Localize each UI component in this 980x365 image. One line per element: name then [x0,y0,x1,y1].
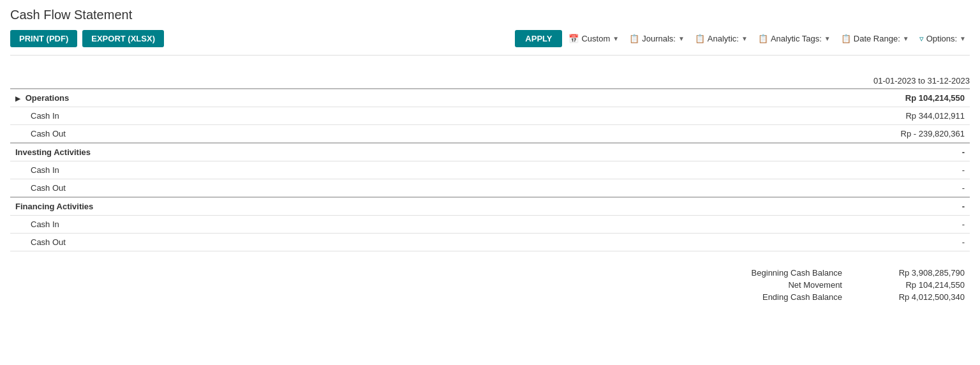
analytic-tags-icon: 📋 [758,34,768,43]
page-title: Cash Flow Statement [10,8,970,22]
page-header: Cash Flow Statement PRINT (PDF) EXPORT (… [0,0,980,61]
journals-filter-label: Journals: [642,34,676,43]
ending-cash-row: Ending Cash Balance Rp 4,012,500,340 [715,291,965,303]
export-xlsx-button[interactable]: EXPORT (XLSX) [82,30,164,47]
ending-cash-label: Ending Cash Balance [715,292,842,302]
cash-flow-table: ▶ Operations Rp 104,214,550 Cash In Rp 3… [10,88,970,251]
beginning-cash-label: Beginning Cash Balance [715,268,842,278]
summary-section: Beginning Cash Balance Rp 3,908,285,790 … [10,251,970,303]
financing-cash-in-row: Cash In - [10,216,970,234]
calendar-icon: 📅 [568,34,579,43]
apply-button[interactable]: APPLY [515,30,562,47]
options-filter-label: Options: [926,34,957,43]
toolbar-right: APPLY 📅 Custom ▼ 📋 Journals: ▼ 📋 Analyti… [515,30,970,47]
investing-cash-in-row: Cash In - [10,161,970,179]
net-movement-row: Net Movement Rp 104,214,550 [715,279,965,291]
financing-cash-in-label: Cash In [10,216,855,234]
date-range-chevron-icon: ▼ [903,35,909,42]
financing-value: - [855,197,970,216]
financing-label: Financing Activities [10,197,855,216]
options-chevron-icon: ▼ [960,35,966,42]
date-range-text: 01-01-2023 to 31-12-2023 [873,76,970,86]
operations-cash-out-label: Cash Out [10,125,855,144]
financing-cash-in-value: - [855,216,970,234]
date-range-display: 01-01-2023 to 31-12-2023 [10,71,970,88]
financing-cash-out-row: Cash Out - [10,234,970,251]
investing-value: - [855,143,970,161]
analytic-chevron-icon: ▼ [741,35,748,42]
beginning-cash-value: Rp 3,908,285,790 [863,268,965,278]
operations-label: ▶ Operations [10,89,855,107]
analytic-tags-filter-button[interactable]: 📋 Analytic Tags: ▼ [754,31,835,46]
journals-chevron-icon: ▼ [678,35,685,42]
analytic-filter-button[interactable]: 📋 Analytic: ▼ [691,31,752,46]
custom-filter-button[interactable]: 📅 Custom ▼ [565,31,623,46]
investing-cash-out-label: Cash Out [10,179,855,198]
net-movement-label: Net Movement [715,280,842,290]
custom-chevron-icon: ▼ [612,35,619,42]
investing-cash-in-value: - [855,161,970,179]
operations-cash-in-label: Cash In [10,107,855,125]
operations-cash-out-value: Rp - 239,820,361 [855,125,970,144]
analytic-icon: 📋 [695,34,705,43]
net-movement-value: Rp 104,214,550 [863,280,965,290]
print-pdf-button[interactable]: PRINT (PDF) [10,30,77,47]
operations-cash-out-row: Cash Out Rp - 239,820,361 [10,125,970,144]
financing-cash-out-label: Cash Out [10,234,855,251]
ending-cash-value: Rp 4,012,500,340 [863,292,965,302]
date-range-icon: 📋 [841,34,851,43]
investing-header-row[interactable]: Investing Activities - [10,143,970,161]
analytic-tags-filter-label: Analytic Tags: [771,34,822,43]
date-range-filter-button[interactable]: 📋 Date Range: ▼ [837,31,913,46]
financing-cash-out-value: - [855,234,970,251]
investing-cash-in-label: Cash In [10,161,855,179]
journals-filter-button[interactable]: 📋 Journals: ▼ [625,31,688,46]
report-content: 01-01-2023 to 31-12-2023 ▶ Operations Rp… [0,61,980,313]
options-filter-button[interactable]: ▿ Options: ▼ [916,31,970,46]
custom-filter-label: Custom [581,34,610,43]
options-funnel-icon: ▿ [919,34,924,43]
journals-icon: 📋 [629,34,639,43]
analytic-tags-chevron-icon: ▼ [824,35,831,42]
toolbar-left: PRINT (PDF) EXPORT (XLSX) [10,30,164,47]
operations-cash-in-row: Cash In Rp 344,012,911 [10,107,970,125]
operations-triangle-icon: ▶ [15,95,20,102]
investing-cash-out-row: Cash Out - [10,179,970,198]
date-range-filter-label: Date Range: [854,34,900,43]
investing-label: Investing Activities [10,143,855,161]
beginning-cash-row: Beginning Cash Balance Rp 3,908,285,790 [715,267,965,279]
operations-value: Rp 104,214,550 [855,89,970,107]
operations-cash-in-value: Rp 344,012,911 [855,107,970,125]
operations-header-row[interactable]: ▶ Operations Rp 104,214,550 [10,89,970,107]
analytic-filter-label: Analytic: [708,34,739,43]
toolbar: PRINT (PDF) EXPORT (XLSX) APPLY 📅 Custom… [10,30,970,56]
investing-cash-out-value: - [855,179,970,198]
financing-header-row[interactable]: Financing Activities - [10,197,970,216]
